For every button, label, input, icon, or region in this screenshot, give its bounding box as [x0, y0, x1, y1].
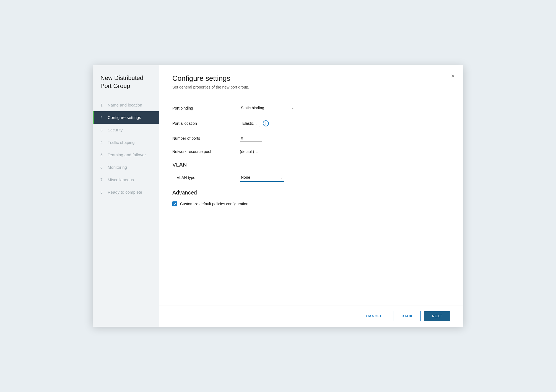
sidebar: New Distributed Port Group 1 Name and lo…	[93, 65, 159, 327]
vlan-type-row: VLAN type None ⌄	[172, 173, 450, 182]
vlan-type-label: VLAN type	[177, 175, 233, 180]
main-header: Configure settings Set general propertie…	[159, 65, 463, 95]
vlan-type-control: None ⌄	[240, 173, 284, 182]
main-title: Configure settings	[172, 74, 450, 83]
step-num-8: 8	[100, 190, 104, 194]
back-button[interactable]: BACK	[394, 311, 421, 321]
step-label-5: Teaming and failover	[108, 152, 146, 157]
step-num-3: 3	[100, 128, 104, 132]
step-num-2: 2	[100, 115, 104, 120]
sidebar-item-security[interactable]: 3 Security	[93, 124, 159, 136]
sidebar-item-miscellaneous[interactable]: 7 Miscellaneous	[93, 173, 159, 186]
port-binding-control: Static binding ⌄	[240, 104, 295, 112]
network-resource-pool-select[interactable]: (default) ⌄	[240, 149, 258, 154]
footer: CANCEL BACK NEXT	[159, 305, 463, 327]
port-allocation-row: Port allocation Elastic ⌄ i	[172, 120, 450, 127]
port-allocation-label: Port allocation	[172, 121, 233, 126]
step-label-2: Configure settings	[108, 115, 141, 120]
vlan-section-title: VLAN	[172, 162, 450, 168]
main-subtitle: Set general properties of the new port g…	[172, 85, 450, 89]
sidebar-item-ready-to-complete[interactable]: 8 Ready to complete	[93, 186, 159, 198]
dialog: New Distributed Port Group 1 Name and lo…	[93, 65, 463, 327]
sidebar-item-teaming-failover[interactable]: 5 Teaming and failover	[93, 149, 159, 161]
network-resource-pool-value: (default)	[240, 149, 254, 154]
customize-checkbox-row: Customize default policies configuration	[172, 201, 450, 206]
step-num-6: 6	[100, 165, 104, 170]
step-label-3: Security	[108, 128, 123, 132]
step-label-7: Miscellaneous	[108, 177, 134, 182]
close-button[interactable]: ×	[451, 73, 454, 79]
cancel-button[interactable]: CANCEL	[358, 311, 390, 321]
port-binding-chevron-icon: ⌄	[291, 106, 294, 110]
customize-label: Customize default policies configuration	[180, 202, 248, 206]
next-button[interactable]: NEXT	[424, 311, 450, 321]
network-resource-pool-row: Network resource pool (default) ⌄	[172, 149, 450, 154]
form-area: Port binding Static binding ⌄ Port alloc…	[159, 95, 463, 305]
vlan-type-value: None	[241, 175, 278, 180]
main-panel: Configure settings Set general propertie…	[159, 65, 463, 327]
active-indicator	[93, 111, 94, 124]
port-allocation-value: Elastic	[242, 121, 254, 126]
step-num-4: 4	[100, 140, 104, 145]
port-binding-value: Static binding	[241, 106, 289, 110]
sidebar-item-monitoring[interactable]: 6 Monitoring	[93, 161, 159, 173]
vlan-type-chevron-icon: ⌄	[280, 175, 283, 179]
checkbox-check-icon	[173, 202, 176, 206]
step-label-1: Name and location	[108, 103, 142, 107]
port-binding-select[interactable]: Static binding ⌄	[240, 104, 295, 112]
sidebar-title: New Distributed Port Group	[93, 74, 159, 99]
advanced-section-title: Advanced	[172, 189, 450, 196]
num-ports-control	[240, 135, 262, 142]
sidebar-item-traffic-shaping[interactable]: 4 Traffic shaping	[93, 136, 159, 149]
step-num-1: 1	[100, 103, 104, 107]
network-resource-pool-label: Network resource pool	[172, 149, 233, 154]
port-allocation-select[interactable]: Elastic ⌄	[240, 120, 260, 127]
port-binding-row: Port binding Static binding ⌄	[172, 104, 450, 112]
num-ports-row: Number of ports	[172, 135, 450, 142]
step-num-7: 7	[100, 178, 104, 182]
step-num-5: 5	[100, 153, 104, 157]
customize-checkbox[interactable]	[172, 201, 177, 206]
step-label-6: Monitoring	[108, 165, 127, 170]
port-allocation-chevron-icon: ⌄	[255, 121, 258, 125]
port-allocation-info-icon[interactable]: i	[263, 120, 269, 126]
step-label-4: Traffic shaping	[108, 140, 135, 145]
advanced-section: Advanced Customize default policies conf…	[172, 189, 450, 206]
port-allocation-control: Elastic ⌄ i	[240, 120, 269, 127]
network-resource-pool-control: (default) ⌄	[240, 149, 258, 154]
sidebar-item-name-location[interactable]: 1 Name and location	[93, 99, 159, 111]
sidebar-item-configure-settings[interactable]: 2 Configure settings	[93, 111, 159, 124]
network-resource-pool-chevron-icon: ⌄	[256, 150, 258, 154]
vlan-type-select[interactable]: None ⌄	[240, 173, 284, 182]
step-label-8: Ready to complete	[108, 190, 142, 194]
port-binding-label: Port binding	[172, 106, 233, 110]
num-ports-input[interactable]	[240, 135, 262, 142]
num-ports-label: Number of ports	[172, 136, 233, 141]
